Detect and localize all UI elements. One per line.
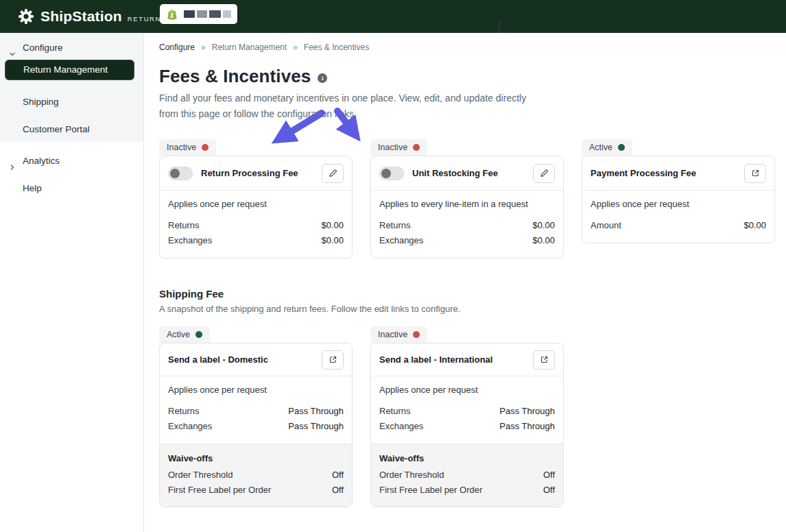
waive-offs-title: Waive-offs <box>379 451 555 466</box>
shipstation-logo: ShipStation RETURNS <box>18 0 167 33</box>
breadcrumb-separator: » <box>293 43 298 52</box>
sidebar-item-return-management[interactable]: Return Management <box>5 60 134 80</box>
waive-off-label: First Free Label per Order <box>379 483 482 498</box>
fee-value: Pass Through <box>288 419 344 434</box>
inactive-dot-icon <box>413 331 420 338</box>
fee-row: Returns Pass Through <box>168 404 344 419</box>
page-title: Fees & Incentives <box>159 66 311 87</box>
fee-value: $0.00 <box>743 218 766 233</box>
redacted-store-name <box>197 10 207 18</box>
applies-text: Applies once per request <box>168 199 344 209</box>
external-link-button[interactable] <box>533 350 555 370</box>
brand-name: ShipStation <box>40 8 122 25</box>
card-title: Send a label - Domestic <box>168 354 268 365</box>
waive-off-row: First Free Label per Order Off <box>379 483 555 498</box>
status-label: Inactive <box>167 143 196 152</box>
waive-off-value: Off <box>543 468 555 483</box>
fee-card-unit-restocking: Inactive Unit Restocking Fee Applies to … <box>370 139 564 258</box>
waive-off-label: First Free Label per Order <box>168 483 271 498</box>
shipping-card-domestic: Active Send a label - Domestic Applies o… <box>159 326 353 507</box>
topbar: ShipStation RETURNS <box>0 0 786 33</box>
external-link-button[interactable] <box>744 164 766 183</box>
active-dot-icon <box>195 331 202 338</box>
breadcrumb-configure[interactable]: Configure <box>159 43 195 52</box>
edit-button[interactable] <box>533 164 555 183</box>
status-label: Inactive <box>378 143 407 152</box>
status-badge: Active <box>159 326 210 343</box>
main-content: Configure » Return Management » Fees & I… <box>145 33 786 532</box>
app-root: ShipStation RETURNS Configure <box>0 0 786 532</box>
redacted-store-name <box>184 10 195 18</box>
edit-button[interactable] <box>322 164 344 183</box>
fee-cards-row: Inactive Return Processing Fee Applies o… <box>159 139 775 258</box>
sidebar-item-help[interactable]: Help <box>0 178 143 199</box>
fee-value: $0.00 <box>532 233 555 248</box>
sidebar: Configure Return Management Shipping Cus… <box>0 33 144 532</box>
sidebar-item-shipping[interactable]: Shipping <box>0 92 143 112</box>
sidebar-item-configure[interactable]: Configure <box>0 38 143 58</box>
fee-card-payment-processing: Active Payment Processing Fee Applies on… <box>582 139 775 258</box>
fee-row: Exchanges $0.00 <box>168 233 344 248</box>
status-label: Inactive <box>378 330 407 339</box>
fee-value: $0.00 <box>532 218 555 233</box>
fee-label: Exchanges <box>168 419 212 434</box>
fee-row: Returns $0.00 <box>168 218 344 233</box>
store-badge[interactable] <box>160 4 237 24</box>
fee-label: Exchanges <box>379 419 423 434</box>
return-processing-fee-toggle[interactable] <box>168 167 193 180</box>
card-title: Return Processing Fee <box>201 168 298 178</box>
sidebar-item-analytics[interactable]: Analytics <box>0 151 143 171</box>
sidebar-item-label: Shipping <box>23 92 59 112</box>
applies-text: Applies once per request <box>168 385 344 395</box>
waive-off-value: Off <box>332 468 344 483</box>
shipping-card-international: Inactive Send a label - International Ap… <box>370 326 564 507</box>
shipping-fee-heading: Shipping Fee <box>159 288 224 300</box>
inactive-dot-icon <box>202 144 209 151</box>
card-title: Payment Processing Fee <box>591 168 696 178</box>
fee-value: $0.00 <box>321 233 344 248</box>
fee-label: Exchanges <box>168 233 212 248</box>
info-icon[interactable]: i <box>318 73 327 83</box>
active-dot-icon <box>618 144 625 151</box>
fee-row: Returns $0.00 <box>379 218 555 233</box>
waive-off-row: Order Threshold Off <box>379 468 555 483</box>
breadcrumb-fees-incentives[interactable]: Fees & Incentives <box>304 43 369 52</box>
sidebar-item-customer-portal[interactable]: Customer Portal <box>0 119 143 140</box>
shipping-fee-description: A snapshot of the shipping and return fe… <box>159 304 460 314</box>
fee-row: Exchanges Pass Through <box>168 419 344 434</box>
sidebar-item-label: Analytics <box>23 151 60 171</box>
external-link-button[interactable] <box>322 350 344 370</box>
fee-row: Exchanges $0.00 <box>379 233 555 248</box>
fee-value: $0.00 <box>321 218 344 233</box>
applies-text: Applies once per request <box>591 199 766 209</box>
fee-row: Exchanges Pass Through <box>379 419 555 434</box>
waive-off-value: Off <box>332 483 344 498</box>
status-badge: Inactive <box>370 326 427 343</box>
chevron-right-icon <box>9 158 16 178</box>
breadcrumb-return-management[interactable]: Return Management <box>212 43 287 52</box>
waive-offs-panel: Waive-offs Order Threshold Off First Fre… <box>371 444 563 507</box>
fee-label: Returns <box>379 404 411 419</box>
fee-label: Amount <box>591 218 621 233</box>
redacted-store-name <box>223 10 231 18</box>
unit-restocking-fee-toggle[interactable] <box>379 167 404 180</box>
waive-off-value: Off <box>543 483 555 498</box>
status-badge: Inactive <box>159 139 216 156</box>
card-title: Unit Restocking Fee <box>412 168 498 178</box>
waive-off-row: Order Threshold Off <box>168 468 344 483</box>
sidebar-item-label: Configure <box>23 38 63 58</box>
shopify-icon <box>166 8 178 21</box>
fee-value: Pass Through <box>499 404 555 419</box>
fee-value: Pass Through <box>288 404 344 419</box>
fee-card-return-processing: Inactive Return Processing Fee Applies o… <box>159 139 353 258</box>
waive-off-label: Order Threshold <box>168 468 233 483</box>
status-badge: Inactive <box>370 139 427 156</box>
fee-label: Returns <box>168 404 200 419</box>
applies-text: Applies to every line-item in a request <box>379 199 555 209</box>
fee-value: Pass Through <box>499 419 555 434</box>
applies-text: Applies once per request <box>379 385 555 395</box>
inactive-dot-icon <box>413 144 420 151</box>
breadcrumb-separator: » <box>201 43 206 52</box>
fee-label: Exchanges <box>379 233 423 248</box>
waive-offs-panel: Waive-offs Order Threshold Off First Fre… <box>160 444 352 507</box>
